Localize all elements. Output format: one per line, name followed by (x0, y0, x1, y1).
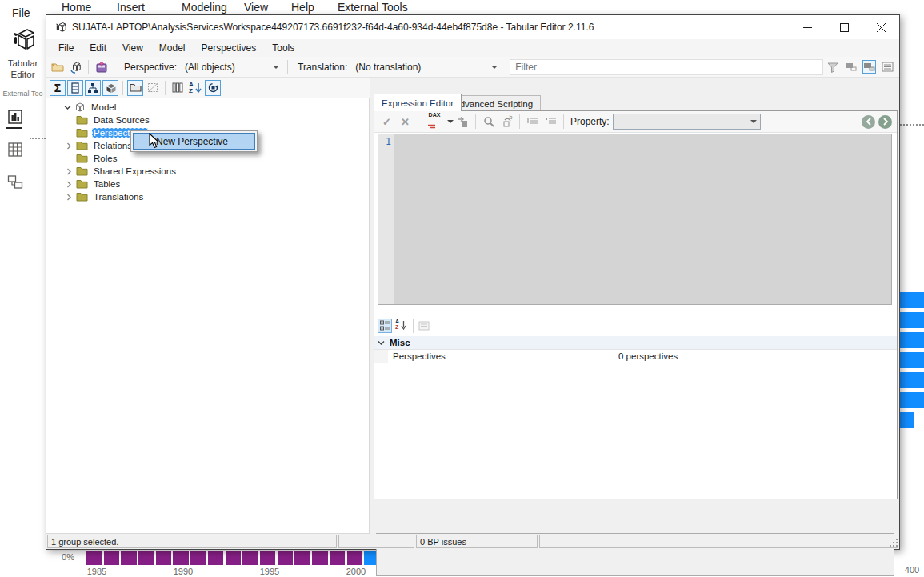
external-tool-label: Tabular (0, 58, 46, 69)
accept-change-button[interactable]: ✓ (380, 115, 394, 129)
show-partitions-toggle[interactable] (145, 80, 161, 96)
pbi-tab-insert[interactable]: Insert (117, 1, 145, 14)
pbi-tab-view[interactable]: View (244, 1, 268, 14)
navigate-forward-button[interactable] (878, 115, 892, 129)
pbi-tab-external-tools[interactable]: External Tools (338, 1, 408, 14)
tree-item-shared-expressions[interactable]: Shared Expressions (46, 165, 369, 178)
ribbon-group-label: External Too (0, 90, 46, 98)
chevron-expanded-icon[interactable] (64, 104, 71, 111)
menu-view[interactable]: View (114, 40, 151, 56)
chevron-collapsed-icon[interactable] (66, 168, 73, 175)
close-button[interactable] (862, 15, 899, 39)
show-display-folders-toggle[interactable] (102, 80, 118, 96)
tree-label-model: Model (90, 102, 118, 112)
uncomment-lines-button[interactable] (544, 115, 558, 129)
maximize-button[interactable] (826, 15, 862, 39)
background-bar (900, 412, 914, 428)
import-expression-button[interactable] (456, 115, 470, 129)
columns-icon (172, 82, 183, 93)
filter-mode-button[interactable] (826, 60, 839, 74)
visual-selection-dots-right (900, 124, 924, 126)
pbi-tab-file[interactable]: File (12, 6, 30, 19)
menu-bar: File Edit View Model Perspectives Tools (46, 39, 899, 57)
line-number: 1 (386, 136, 391, 147)
open-file-button[interactable] (50, 60, 64, 74)
translation-label: Translation: (298, 62, 347, 73)
show-columns-toggle[interactable] (67, 80, 83, 96)
menu-perspectives[interactable]: Perspectives (194, 40, 265, 56)
tree-item-tables[interactable]: Tables (46, 178, 369, 190)
property-dropdown[interactable] (613, 114, 761, 130)
comment-lines-button[interactable] (526, 115, 539, 129)
timeline-tick: 1985 (81, 567, 113, 576)
auto-refresh-toggle[interactable] (205, 80, 221, 96)
deploy-button[interactable] (69, 60, 82, 74)
report-view-icon[interactable] (6, 108, 24, 126)
status-bp-issues[interactable]: 0 BP issues (416, 535, 538, 548)
chevron-collapsed-icon[interactable] (66, 194, 73, 201)
menu-tools[interactable]: Tools (264, 40, 302, 56)
tree-view-button[interactable] (862, 60, 876, 74)
resize-grip-icon[interactable] (890, 539, 898, 547)
column-arrangement-button[interactable] (170, 80, 186, 96)
sort-alphabetical-button[interactable]: A Z (187, 80, 203, 96)
pbi-tab-home[interactable]: Home (62, 1, 91, 14)
chevron-expanded-icon[interactable] (378, 339, 385, 347)
show-hidden-objects-toggle[interactable] (127, 80, 143, 96)
alphabetical-view-button[interactable]: A Z (394, 319, 408, 333)
chevron-collapsed-icon[interactable] (66, 142, 73, 150)
tree-item-translations[interactable]: Translations (46, 190, 369, 203)
column-icon (71, 82, 79, 94)
menu-file[interactable]: File (50, 40, 82, 56)
pbi-tab-modeling[interactable]: Modeling (182, 1, 227, 14)
perspective-dropdown[interactable]: (All objects) (180, 60, 284, 74)
hierarchy-icon (87, 82, 98, 94)
find-button[interactable] (482, 115, 495, 129)
expression-code-editor[interactable]: 1 (378, 134, 892, 305)
pbi-tab-help[interactable]: Help (291, 1, 314, 14)
model-cube-icon (74, 102, 86, 113)
folder-icon (130, 82, 142, 93)
chevron-down-icon[interactable] (447, 120, 454, 123)
property-row-perspectives[interactable]: Perspectives 0 perspectives (374, 350, 897, 363)
flat-list-view-button[interactable] (844, 60, 858, 74)
property-pages-button[interactable] (417, 319, 431, 333)
external-tool-tabular-editor-button[interactable]: Tabular Editor (0, 26, 46, 80)
format-dax-button[interactable]: DAX (424, 115, 445, 129)
model-view-icon[interactable] (6, 173, 24, 190)
close-icon (877, 23, 886, 32)
categorized-view-button[interactable] (378, 319, 392, 333)
menu-edit[interactable]: Edit (82, 40, 114, 56)
tree-item-roles[interactable]: Roles (46, 152, 369, 165)
translation-dropdown[interactable]: (No translation) (350, 60, 502, 74)
line-number-gutter: 1 (378, 134, 394, 304)
filter-input[interactable] (510, 59, 823, 75)
replace-button[interactable]: b (500, 115, 514, 129)
external-tool-label2: Editor (0, 69, 46, 80)
property-category-misc[interactable]: Misc (374, 336, 897, 350)
title-bar[interactable]: SUJATA-LAPTOP\AnalysisServicesWorkspace4… (46, 15, 899, 39)
show-measures-toggle[interactable]: Σ (50, 80, 66, 96)
categorized-icon (380, 320, 390, 331)
property-grid-toolbar: A Z (374, 315, 897, 335)
tab-expression-editor[interactable]: Expression Editor (374, 94, 462, 111)
data-view-icon[interactable] (6, 141, 24, 158)
minimize-icon (803, 23, 812, 32)
property-value-text: 0 perspectives (618, 351, 678, 361)
save-button[interactable] (94, 60, 108, 74)
menu-model[interactable]: Model (151, 40, 194, 56)
tree-item-data-sources[interactable]: Data Sources (46, 114, 369, 126)
translation-value: (No translation) (355, 62, 421, 73)
tree-label-shared-expressions: Shared Expressions (92, 166, 178, 176)
view-options-button[interactable] (881, 60, 894, 74)
chevron-collapsed-icon[interactable] (66, 181, 73, 188)
minimize-button[interactable] (789, 15, 826, 39)
navigate-back-button[interactable] (862, 115, 875, 129)
timeline-bars-purple[interactable] (86, 551, 364, 565)
screen: File Home Insert Modeling View Help Exte… (0, 0, 924, 577)
sort-az-icon: A Z (189, 82, 202, 94)
cancel-change-button[interactable]: ✕ (398, 115, 412, 129)
tree-item-model[interactable]: Model (46, 101, 369, 114)
show-hierarchies-toggle[interactable] (85, 80, 101, 96)
mini-chart-tick: 400 (896, 565, 924, 575)
